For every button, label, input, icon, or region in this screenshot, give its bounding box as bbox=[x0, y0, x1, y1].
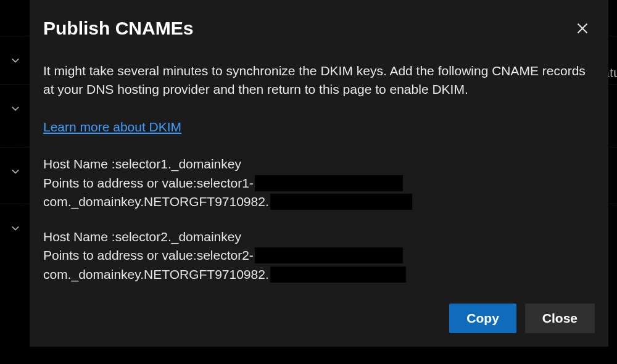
cname2-host-value: selector2._domainkey bbox=[115, 228, 241, 246]
dialog-description: It might take several minutes to synchro… bbox=[43, 62, 595, 99]
redacted-block bbox=[270, 194, 412, 210]
chevron-down-icon bbox=[11, 56, 20, 65]
redacted-block bbox=[255, 247, 403, 263]
chevron-down-icon bbox=[11, 224, 20, 233]
redacted-block bbox=[270, 267, 406, 283]
publish-cnames-dialog: Publish CNAMEs It might take several min… bbox=[30, 0, 608, 347]
cname1-host-label: Host Name : bbox=[43, 155, 115, 173]
dialog-title: Publish CNAMEs bbox=[43, 17, 193, 39]
copy-button[interactable]: Copy bbox=[449, 304, 516, 333]
cname2-points-value-part2: com._domainkey.NETORGFT9710982. bbox=[43, 265, 269, 284]
close-button[interactable]: Close bbox=[525, 304, 595, 333]
cname2-host-label: Host Name : bbox=[43, 228, 115, 246]
chevron-down-icon bbox=[11, 167, 20, 176]
chevron-down-icon bbox=[11, 104, 20, 113]
redacted-block bbox=[255, 175, 403, 191]
cname1-points-value-part2: com._domainkey.NETORGFT9710982. bbox=[43, 192, 269, 211]
cname-record-1: Host Name : selector1._domainkey Points … bbox=[43, 155, 595, 211]
cname2-points-value-part1: selector2- bbox=[197, 246, 254, 265]
learn-more-link[interactable]: Learn more about DKIM bbox=[43, 120, 181, 134]
cname-record-2: Host Name : selector2._domainkey Points … bbox=[43, 228, 595, 284]
close-icon bbox=[576, 22, 589, 35]
cname1-points-value-part1: selector1- bbox=[197, 174, 254, 192]
cname1-host-value: selector1._domainkey bbox=[115, 155, 241, 173]
close-icon-button[interactable] bbox=[573, 19, 592, 38]
cname2-points-label: Points to address or value: bbox=[43, 246, 197, 265]
cname1-points-label: Points to address or value: bbox=[43, 174, 197, 192]
